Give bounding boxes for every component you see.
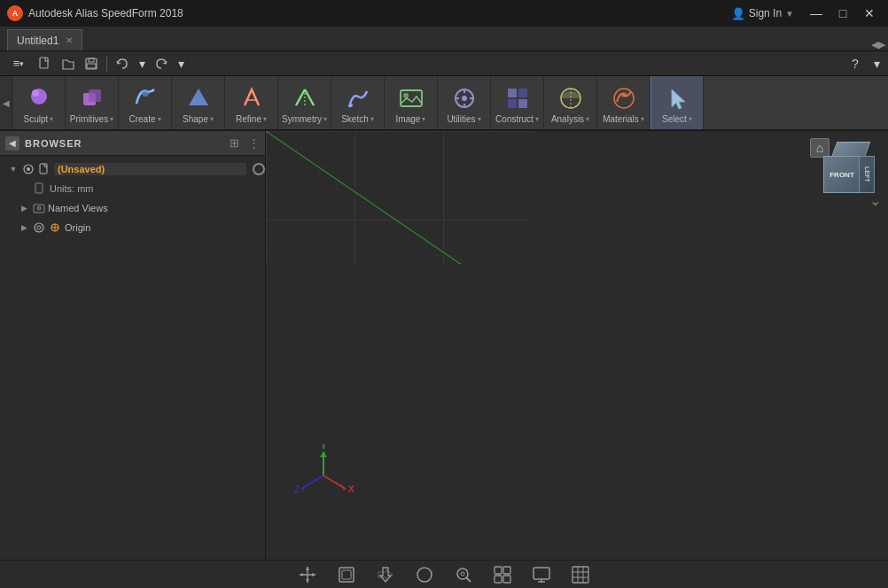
svg-rect-29 [35, 183, 43, 193]
svg-rect-67 [503, 576, 510, 583]
origin-label: Origin [65, 222, 265, 233]
svg-text:Z: Z [294, 484, 300, 494]
toolbar-collapse-button[interactable]: ◀ [0, 76, 12, 130]
open-file-button[interactable] [58, 54, 78, 74]
separator-1 [106, 56, 107, 72]
shape-tool[interactable]: Shape▾ [172, 76, 225, 130]
document-tab[interactable]: Untitled1 ✕ [7, 29, 82, 50]
tab-close-button[interactable]: ✕ [66, 35, 73, 45]
named-views-expander[interactable]: ▶ [18, 202, 30, 214]
construct-tool[interactable]: Construct▾ [491, 76, 544, 130]
minimize-button[interactable]: — [805, 4, 828, 22]
new-file-button[interactable] [35, 54, 55, 74]
undo-button[interactable] [113, 54, 132, 74]
undo-dropdown[interactable]: ▾ [136, 54, 148, 74]
move-tool-button[interactable] [295, 562, 320, 587]
materials-tool[interactable]: Materials▾ [597, 76, 650, 130]
signin-label[interactable]: Sign In [749, 7, 782, 19]
symmetry-icon [291, 84, 319, 112]
tree-origin-item[interactable]: ▶ Origin [0, 218, 265, 237]
analysis-tool[interactable]: Analysis▾ [544, 76, 597, 130]
viewport[interactable]: ⌂ FRONT LEFT ⌄ X Y [266, 131, 888, 560]
sketch-icon [344, 84, 372, 112]
browser-pin-button[interactable]: ⋮ [248, 136, 260, 150]
origin-expander[interactable]: ▶ [18, 221, 30, 234]
image-tool[interactable]: Image▾ [385, 76, 438, 130]
symmetry-tool[interactable]: Symmetry▾ [278, 76, 331, 130]
origin-vis-icon[interactable] [33, 221, 45, 234]
sketch-label: Sketch▾ [341, 114, 374, 124]
browser-collapse-button[interactable]: ◀ [5, 136, 19, 151]
svg-rect-65 [503, 567, 510, 574]
orbit-tool-button[interactable] [412, 562, 437, 587]
svg-marker-56 [300, 573, 303, 576]
select-icon [663, 84, 691, 112]
svg-line-63 [467, 577, 471, 582]
svg-point-62 [461, 572, 464, 576]
redo-dropdown[interactable]: ▾ [175, 54, 187, 74]
symmetry-label: Symmetry▾ [282, 114, 327, 124]
svg-point-14 [403, 93, 409, 98]
svg-point-61 [457, 569, 468, 579]
browser-tree: ▼ (Unsaved) Units: mm ▶ [0, 156, 265, 560]
construct-label: Construct▾ [495, 114, 539, 124]
sculpt-tool[interactable]: Sculpt▾ [12, 76, 66, 130]
app-menu-button[interactable]: ≡▾ [5, 54, 32, 74]
signin-dropdown[interactable]: ▼ [785, 9, 794, 19]
title-right: 👤 Sign In ▼ — □ ✕ [731, 4, 881, 22]
maximize-button[interactable]: □ [831, 4, 854, 22]
viewcube-cube[interactable]: FRONT LEFT [823, 142, 881, 199]
pan-tool-button[interactable] [373, 562, 398, 587]
svg-rect-17 [508, 89, 517, 97]
main-toolbar: ◀ Sculpt▾ Primitives▾ Create▾ Shape▾ [0, 76, 888, 131]
browser-header: ◀ BROWSER ⊞ ⋮ [0, 131, 265, 156]
svg-rect-18 [518, 89, 527, 97]
grid-display-button[interactable] [568, 562, 593, 587]
split-view-button[interactable] [490, 562, 515, 587]
viewcube-front-face[interactable]: FRONT [823, 156, 861, 193]
viewcube-chevron[interactable]: ⌄ [869, 192, 881, 209]
tabs-more-button[interactable]: ◀▶ [872, 38, 884, 50]
help-dropdown[interactable]: ▾ [870, 54, 883, 74]
svg-marker-57 [312, 573, 315, 576]
svg-point-33 [35, 223, 43, 232]
root-radio-button[interactable] [253, 163, 265, 175]
shape-label: Shape▾ [183, 114, 214, 124]
utilities-tool[interactable]: Utilities▾ [438, 76, 491, 130]
svg-point-8 [142, 89, 149, 97]
close-button[interactable]: ✕ [858, 4, 881, 22]
construct-icon [503, 84, 532, 112]
svg-point-24 [621, 92, 627, 97]
zoom-extent-button[interactable] [451, 562, 476, 587]
browser-search-button[interactable]: ⊞ [230, 136, 239, 150]
svg-marker-55 [306, 579, 309, 583]
named-views-vis-icon[interactable] [33, 202, 45, 214]
image-icon [397, 84, 425, 112]
svg-rect-0 [40, 58, 48, 68]
refine-tool[interactable]: Refine▾ [225, 76, 278, 130]
svg-rect-58 [339, 568, 354, 582]
frame-tool-button[interactable] [334, 562, 359, 587]
root-visibility-icon[interactable] [22, 163, 35, 175]
viewcube-left-face[interactable]: LEFT [859, 156, 875, 193]
svg-marker-25 [672, 89, 685, 109]
tree-root-item[interactable]: ▼ (Unsaved) [0, 159, 265, 179]
svg-point-27 [27, 167, 30, 171]
primitives-label: Primitives▾ [70, 114, 113, 124]
shape-icon [184, 84, 213, 112]
display-button[interactable] [529, 562, 554, 587]
create-tool[interactable]: Create▾ [119, 76, 172, 130]
materials-icon [610, 84, 638, 112]
redo-button[interactable] [152, 54, 171, 74]
help-button[interactable]: ? [845, 54, 865, 74]
primitives-tool[interactable]: Primitives▾ [66, 76, 119, 130]
root-expander[interactable]: ▼ [7, 163, 19, 175]
tab-label: Untitled1 [17, 35, 58, 47]
select-tool[interactable]: Select▾ [650, 76, 704, 130]
tabbar: Untitled1 ✕ ◀▶ [0, 27, 888, 51]
bottombar [0, 560, 888, 588]
save-file-button[interactable] [82, 54, 101, 74]
named-views-label: Named Views [48, 203, 265, 213]
tree-named-views-item[interactable]: ▶ Named Views [0, 198, 265, 218]
sketch-tool[interactable]: Sketch▾ [331, 76, 385, 130]
